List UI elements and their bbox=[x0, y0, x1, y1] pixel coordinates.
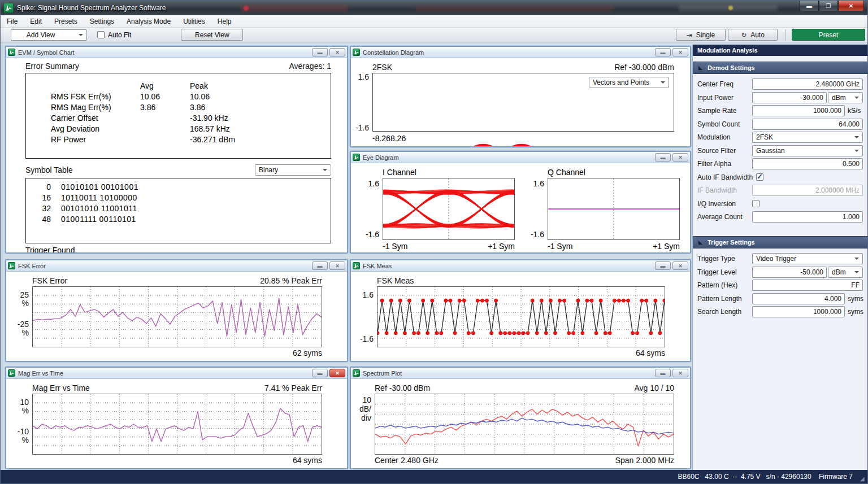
center-freq-label: Center 2.480 GHz bbox=[375, 456, 439, 467]
minimize-icon[interactable]: ▬ bbox=[800, 1, 819, 11]
panel-minimize-icon[interactable]: ▬ bbox=[312, 369, 328, 377]
input-power-unit-dropdown[interactable]: dBm bbox=[828, 92, 863, 103]
modulation-dropdown[interactable]: 2FSK bbox=[752, 132, 863, 143]
filter-alpha-input[interactable] bbox=[752, 158, 863, 169]
panel-minimize-icon[interactable]: ▬ bbox=[312, 48, 328, 56]
trigger-type-dropdown[interactable]: Video Trigger bbox=[752, 253, 863, 264]
field-modulation: Modulation 2FSK bbox=[697, 132, 863, 143]
y-axis-tick: -1.6 bbox=[531, 230, 544, 239]
panel-minimize-icon[interactable]: ▬ bbox=[655, 261, 671, 270]
menu-help[interactable]: Help bbox=[211, 16, 238, 27]
close-icon[interactable]: ✕ bbox=[838, 1, 864, 11]
field-pattern-length: Pattern Length syms bbox=[697, 293, 863, 304]
menu-utilities[interactable]: Utilities bbox=[177, 16, 211, 27]
spectrum-panel-titlebar[interactable]: Spectrum Plot ▬✕ bbox=[351, 368, 690, 379]
panel-close-icon[interactable]: ✕ bbox=[672, 261, 688, 270]
spectrum-svg bbox=[375, 394, 674, 454]
panel-close-icon[interactable]: ✕ bbox=[672, 369, 688, 377]
panel-close-icon[interactable]: ✕ bbox=[329, 261, 345, 270]
pattern-hex-input[interactable] bbox=[752, 280, 863, 291]
panel-title: EVM / Symbol Chart bbox=[18, 49, 75, 56]
auto-fit-checkbox[interactable] bbox=[97, 31, 105, 38]
x-axis-tick: -1 Sym bbox=[383, 242, 407, 252]
chevron-down-icon bbox=[854, 97, 859, 99]
chevron-down-icon bbox=[661, 81, 665, 84]
chevron-down-icon bbox=[323, 169, 327, 171]
demod-settings-header[interactable]: Demod Settings bbox=[693, 62, 867, 74]
add-view-dropdown[interactable]: Add View bbox=[11, 29, 87, 41]
sample-rate-input[interactable] bbox=[752, 105, 845, 116]
input-power-input[interactable] bbox=[752, 92, 827, 103]
symbol-format-dropdown[interactable]: Binary bbox=[255, 164, 331, 176]
single-arrow-icon: ⇥ bbox=[687, 31, 692, 39]
pattern-length-input[interactable] bbox=[752, 293, 845, 304]
trigger-level-unit-dropdown[interactable]: dBm bbox=[828, 267, 863, 278]
symbol-row: 4801001111 00110101 bbox=[26, 214, 331, 225]
chevron-down-icon bbox=[79, 34, 83, 36]
field-symbol-count: Symbol Count bbox=[697, 119, 863, 130]
field-trigger-type: Trigger Type Video Trigger bbox=[697, 253, 863, 264]
reset-view-button[interactable]: Reset View bbox=[181, 29, 243, 41]
panel-mag-err: Mag Err vs Time ▬✕ Mag Err vs Time 7.41 … bbox=[5, 367, 348, 469]
chevron-down-icon bbox=[854, 258, 859, 260]
background-window-artifact bbox=[241, 5, 348, 12]
q-channel-plot bbox=[548, 178, 680, 240]
symbol-count-input[interactable] bbox=[752, 119, 863, 130]
chevron-down-icon bbox=[854, 150, 859, 152]
search-length-unit: syms bbox=[845, 308, 863, 316]
field-search-length: Search Length syms bbox=[697, 306, 863, 317]
auto-if-bandwidth-checkbox[interactable] bbox=[756, 173, 763, 181]
y-axis-tick: 10 bbox=[362, 396, 371, 404]
source-filter-dropdown[interactable]: Gaussian bbox=[752, 145, 863, 156]
preset-button[interactable]: Preset bbox=[792, 29, 865, 41]
panel-close-icon[interactable]: ✕ bbox=[672, 153, 688, 162]
menu-edit[interactable]: Edit bbox=[24, 16, 48, 27]
menu-analysis-mode[interactable]: Analysis Mode bbox=[120, 16, 177, 27]
trigger-level-input[interactable] bbox=[752, 267, 827, 278]
panel-close-icon[interactable]: ✕ bbox=[672, 48, 688, 56]
restore-icon[interactable]: ❐ bbox=[819, 1, 838, 11]
center-freq-input[interactable] bbox=[752, 79, 863, 90]
x-axis-tick: 8.26 bbox=[390, 134, 406, 145]
workspace: EVM / Symbol Chart ▬ ✕ Error Summary Ave… bbox=[1, 42, 867, 470]
panel-evm-symbol-chart: EVM / Symbol Chart ▬ ✕ Error Summary Ave… bbox=[5, 46, 348, 254]
chart-title: Mag Err vs Time bbox=[32, 383, 90, 393]
evm-panel-titlebar[interactable]: EVM / Symbol Chart ▬ ✕ bbox=[6, 47, 347, 58]
panel-icon bbox=[353, 369, 360, 377]
y-axis-tick: -25 bbox=[18, 320, 29, 328]
trigger-settings-header[interactable]: Trigger Settings bbox=[693, 236, 867, 248]
panel-close-icon[interactable]: ✕ bbox=[329, 369, 345, 377]
auto-button[interactable]: ↻ Auto bbox=[728, 29, 778, 41]
panel-title: FSK Meas bbox=[363, 263, 392, 269]
panel-minimize-icon[interactable]: ▬ bbox=[312, 261, 328, 270]
display-mode-dropdown[interactable]: Vectors and Points bbox=[589, 77, 669, 88]
search-length-input[interactable] bbox=[752, 306, 845, 317]
fsk-meas-panel-titlebar[interactable]: FSK Meas ▬✕ bbox=[351, 260, 690, 272]
panel-icon bbox=[8, 49, 15, 56]
syms-label: 64 syms bbox=[636, 348, 665, 360]
fsk-error-panel-titlebar[interactable]: FSK Error ▬✕ bbox=[6, 260, 347, 272]
background-window-artifact bbox=[728, 6, 733, 10]
constellation-panel-titlebar[interactable]: Constellation Diagram ▬✕ bbox=[351, 47, 690, 58]
panel-minimize-icon[interactable]: ▬ bbox=[655, 369, 671, 377]
panel-minimize-icon[interactable]: ▬ bbox=[655, 153, 671, 162]
mag-err-panel-titlebar[interactable]: Mag Err vs Time ▬✕ bbox=[6, 368, 347, 379]
average-count-input[interactable] bbox=[752, 211, 863, 223]
symbol-table-label: Symbol Table bbox=[25, 165, 73, 175]
background-window-artifact bbox=[416, 5, 614, 11]
panel-close-icon[interactable]: ✕ bbox=[329, 48, 345, 56]
menu-settings[interactable]: Settings bbox=[84, 16, 120, 27]
title-bar[interactable]: Spike: Signal Hound Spectrum Analyzer So… bbox=[1, 1, 867, 15]
menu-presets[interactable]: Presets bbox=[48, 16, 84, 27]
resize-grip[interactable]: ◢ bbox=[860, 476, 866, 482]
app-icon bbox=[3, 3, 14, 13]
menu-file[interactable]: File bbox=[1, 16, 24, 27]
eye-panel-titlebar[interactable]: Eye Diagram ▬✕ bbox=[351, 152, 690, 163]
summary-row-label: Avg Deviation bbox=[51, 124, 140, 133]
y-axis-tick: 25 bbox=[20, 291, 29, 299]
iq-inversion-checkbox[interactable] bbox=[752, 200, 760, 207]
field-center-freq: Center Freq bbox=[697, 79, 863, 90]
single-button[interactable]: ⇥ Single bbox=[676, 29, 726, 41]
panel-fsk-error: FSK Error ▬✕ FSK Error 20.85 % Peak Err … bbox=[5, 259, 348, 362]
panel-minimize-icon[interactable]: ▬ bbox=[655, 48, 671, 56]
